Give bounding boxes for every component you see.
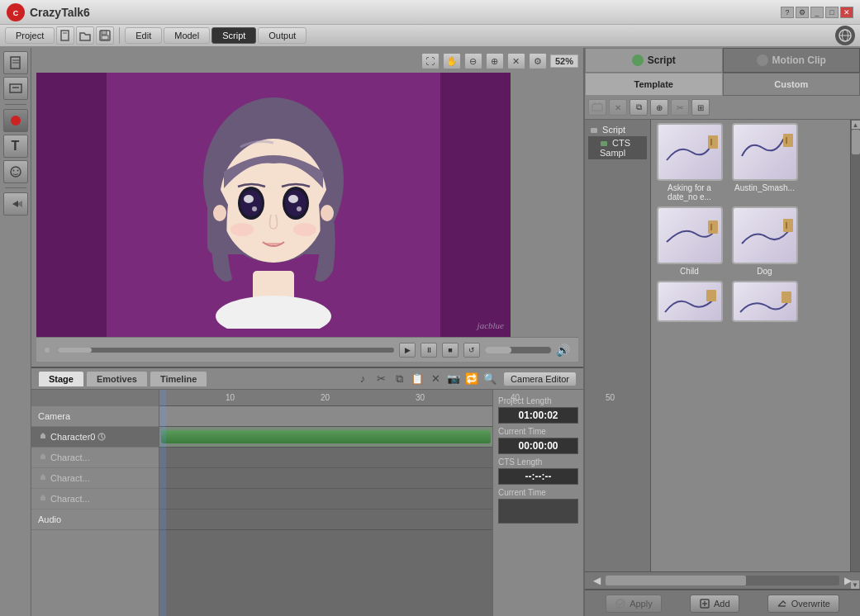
zoom-out-button[interactable]: ⊖	[464, 53, 482, 69]
center-area: ⛶ ✋ ⊖ ⊕ ✕ ⚙ 52%	[31, 48, 583, 616]
maximize-button[interactable]: □	[825, 7, 839, 18]
subtab-custom[interactable]: Custom	[723, 73, 861, 96]
menu-bar: Project Edit Model Script Output	[0, 25, 860, 48]
motion-item-4[interactable]	[654, 281, 725, 322]
motion-graph-3	[738, 211, 796, 256]
timeline-body[interactable]: 10 20 30 40 50	[159, 390, 492, 616]
timeline-content: Camera Character0 Charact... Charact...	[31, 390, 583, 616]
current-time-value-1: 00:00:00	[498, 438, 578, 454]
tree-item-script[interactable]: Script	[588, 123, 647, 136]
note-icon[interactable]: ♪	[354, 371, 371, 387]
settings-button[interactable]: ⚙	[796, 7, 809, 18]
close-button[interactable]: ✕	[840, 7, 853, 18]
scan-tool[interactable]	[3, 77, 28, 100]
motion-thumb-3	[732, 206, 798, 264]
overwrite-button[interactable]: Overwrite	[767, 595, 839, 613]
nav-left-button[interactable]: ◀	[588, 573, 606, 588]
track-char2	[159, 468, 492, 489]
left-arrow-tool[interactable]	[3, 192, 28, 216]
motion-item-0[interactable]: Asking for a date_no e...	[654, 123, 725, 201]
svg-rect-45	[783, 134, 793, 147]
svg-point-34	[321, 205, 334, 221]
globe-button[interactable]	[835, 26, 855, 45]
delete-icon[interactable]: ✕	[427, 371, 444, 387]
window-controls: ? ⚙ _ □ ✕	[781, 7, 853, 18]
timeline-header-row	[31, 390, 159, 406]
script-tree: Script CTS Sampl	[585, 120, 651, 571]
motion-item-1[interactable]: Austin_Smash...	[729, 123, 800, 201]
toolbar-btn-6[interactable]: ⊞	[691, 99, 710, 116]
menu-script[interactable]: Script	[211, 27, 256, 44]
tree-item-cts-sample[interactable]: CTS Sampl	[588, 136, 647, 159]
add-button[interactable]: Add	[690, 595, 739, 613]
svg-rect-13	[10, 84, 21, 92]
timeline-area: Stage Emotives Timeline ♪ ✂ ⧉ 📋 ✕ 📷 🔁 🔍 …	[31, 367, 583, 616]
scroll-thumb[interactable]	[852, 130, 860, 154]
script-content: Script CTS Sampl	[585, 120, 860, 571]
expand-button[interactable]: ⛶	[421, 53, 440, 69]
paste-icon[interactable]: 📋	[409, 371, 425, 387]
motion-label-1: Austin_Smash...	[734, 183, 795, 192]
tab-stage[interactable]: Stage	[38, 371, 84, 387]
rewind-button[interactable]: ↺	[463, 343, 480, 358]
zoom-label: 52%	[550, 54, 578, 68]
motion-thumb-0	[657, 123, 723, 181]
zoom-in-button[interactable]: ⊕	[486, 53, 504, 69]
right-bottom-bar: Apply Add Overwrite	[585, 590, 860, 616]
svg-rect-41	[591, 128, 597, 133]
tab-motion-clip[interactable]: Motion Clip	[723, 48, 861, 73]
sub-tabs: Template Custom	[585, 73, 860, 96]
current-time-label-2: Current Time	[498, 488, 578, 497]
toolbar-btn-5[interactable]: ✂	[671, 99, 689, 116]
toolbar-btn-4[interactable]: ⊕	[650, 99, 668, 116]
svg-rect-2	[61, 31, 69, 40]
record-tool[interactable]	[3, 109, 28, 132]
scrollbar-vertical[interactable]: ▲ ▼	[850, 120, 860, 571]
grid-scrollbar[interactable]	[606, 576, 839, 585]
right-panel: Script Motion Clip Template Custom ✕ ⧉ ⊕…	[583, 48, 860, 616]
toolbar-btn-3[interactable]: ⧉	[630, 99, 648, 116]
tab-emotives[interactable]: Emotives	[86, 371, 148, 387]
menu-edit[interactable]: Edit	[125, 27, 162, 44]
camera-icon[interactable]: 📷	[445, 371, 462, 387]
track-char3	[159, 489, 492, 509]
loop-icon[interactable]: 🔁	[463, 371, 480, 387]
toolbar-btn-1[interactable]	[588, 99, 606, 116]
preview-canvas: jacblue	[36, 73, 511, 337]
tab-timeline[interactable]: Timeline	[150, 371, 207, 387]
minimize-button[interactable]: _	[810, 7, 824, 18]
menu-output[interactable]: Output	[258, 27, 306, 44]
help-button[interactable]: ?	[781, 7, 794, 18]
toolbar-btn-2[interactable]: ✕	[609, 99, 627, 116]
title-bar: C CrazyTalk6 ? ⚙ _ □ ✕	[0, 0, 860, 25]
search-icon[interactable]: 🔍	[482, 371, 498, 387]
menu-project[interactable]: Project	[5, 27, 55, 44]
motion-item-5[interactable]	[729, 281, 800, 322]
settings-preview-button[interactable]: ⚙	[529, 53, 547, 69]
progress-track[interactable]	[58, 348, 394, 353]
subtab-template[interactable]: Template	[585, 73, 723, 96]
camera-editor-button[interactable]: Camera Editor	[503, 372, 577, 386]
hand-tool-button[interactable]: ✋	[443, 53, 461, 69]
stop-button[interactable]: ■	[442, 343, 459, 358]
face-tool[interactable]	[3, 160, 28, 183]
timeline-right-panel: Project Length 01:00:02 Current Time 00:…	[492, 390, 583, 616]
motion-thumb-1	[732, 123, 798, 181]
copy-icon[interactable]: ⧉	[391, 371, 407, 387]
cut-icon[interactable]: ✂	[373, 371, 389, 387]
pause-button[interactable]: ⏸	[420, 343, 437, 358]
new-doc-tool[interactable]	[3, 51, 28, 74]
motion-item-3[interactable]: Dog	[729, 206, 800, 276]
motion-item-2[interactable]: Child	[654, 206, 725, 276]
cross-button[interactable]: ✕	[507, 53, 525, 69]
apply-button[interactable]: Apply	[606, 595, 662, 613]
open-file-button[interactable]	[76, 26, 94, 45]
tab-script[interactable]: Script	[585, 48, 723, 73]
play-button[interactable]: ▶	[399, 343, 416, 358]
menu-model[interactable]: Model	[164, 27, 210, 44]
new-file-button[interactable]	[56, 26, 74, 45]
volume-button[interactable]: 🔊	[556, 344, 570, 357]
tool-divider-2	[5, 187, 26, 188]
save-file-button[interactable]	[96, 26, 114, 45]
text-tool[interactable]: T	[3, 135, 28, 158]
